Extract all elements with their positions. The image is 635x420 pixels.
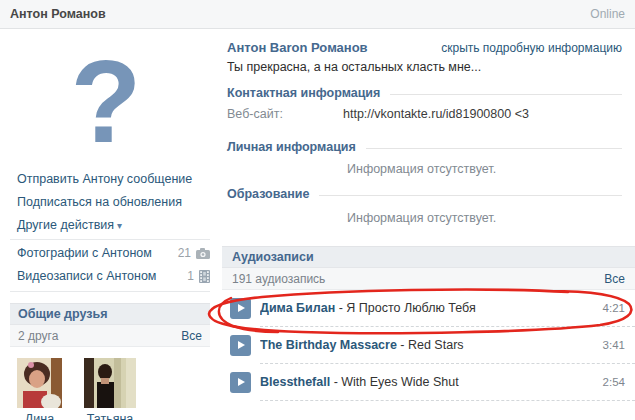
photos-count: 21 (178, 246, 191, 260)
friend-item[interactable]: Татьяна (84, 358, 136, 420)
track-artist[interactable]: The Birthday Massacre (260, 338, 397, 352)
photos-with-link[interactable]: Фотографии с Антоном (17, 246, 178, 260)
audio-section: Аудиозаписи 191 аудиозапись Все Дима Бил… (222, 246, 635, 401)
education-empty: Информация отсутствует. (347, 211, 496, 225)
friend-photo[interactable] (17, 358, 62, 408)
track-duration: 3:41 (603, 339, 625, 351)
track-divider (260, 400, 635, 401)
play-icon (238, 304, 245, 312)
track-separator: - (335, 301, 346, 315)
profile-status[interactable]: Ты прекрасна, а на остальных класть мне.… (227, 60, 481, 74)
website-row: Веб-сайт: http://vkontakte.ru/id81900800… (227, 107, 622, 121)
play-button[interactable] (230, 298, 251, 319)
friends-photo-list: Дина Татьяна (17, 358, 136, 420)
question-mark-placeholder-icon: ? (71, 44, 142, 160)
page-title: Антон Романов (10, 7, 106, 21)
section-divider-line (319, 195, 622, 196)
camera-icon (196, 248, 210, 259)
section-divider-line (366, 148, 622, 149)
photos-counter-row[interactable]: Фотографии с Антоном 21 (17, 245, 210, 261)
track-title: Red Stars (408, 338, 464, 352)
vk-profile-page: Антон Романов Online ? Отправить Антону … (0, 0, 635, 420)
track-separator: - (330, 375, 341, 389)
audio-track-row[interactable]: The Birthday Massacre - Red Stars 3:41 (222, 327, 635, 363)
friends-count: 2 друга (18, 325, 58, 346)
audio-section-title: Аудиозаписи (222, 246, 635, 268)
friend-name[interactable]: Татьяна (87, 412, 134, 420)
track-duration: 4:21 (603, 302, 625, 314)
videos-with-link[interactable]: Видеозаписи с Антоном (17, 269, 187, 283)
audio-all-link[interactable]: Все (604, 268, 625, 289)
sidebar-divider (10, 239, 210, 240)
sidebar-divider (10, 291, 210, 292)
audio-track-row[interactable]: Blessthefall - With Eyes Wide Shut 2:54 (222, 364, 635, 400)
personal-info-empty: Информация отсутствует. (347, 162, 496, 176)
videos-count: 1 (187, 269, 194, 283)
page-header: Антон Романов Online (0, 0, 635, 29)
subscribe-link[interactable]: Подписаться на обновления (17, 195, 192, 209)
profile-full-name: Антон Baron Романов (227, 40, 368, 55)
play-icon (238, 341, 245, 349)
track-artist[interactable]: Blessthefall (260, 375, 330, 389)
track-title: With Eyes Wide Shut (341, 375, 458, 389)
friend-name[interactable]: Дина (25, 412, 54, 420)
common-friends-subheader: 2 друга Все (10, 325, 210, 347)
hide-details-link[interactable]: скрыть подробную информацию (441, 41, 622, 55)
website-label: Веб-сайт: (227, 107, 343, 121)
track-artist[interactable]: Дима Билан (260, 301, 335, 315)
website-value[interactable]: http://vkontakte.ru/id81900800 <3 (343, 107, 529, 121)
play-button[interactable] (230, 372, 251, 393)
contact-info-section-header: Контактная информация (227, 86, 622, 100)
play-icon (238, 378, 245, 386)
profile-actions: Отправить Антону сообщение Подписаться н… (17, 172, 192, 232)
track-title: Я Просто Люблю Тебя (346, 301, 475, 315)
profile-name-row: Антон Baron Романов скрыть подробную инф… (227, 40, 622, 55)
friend-item[interactable]: Дина (17, 358, 62, 420)
other-actions-link[interactable]: Другие действия▾ (17, 218, 192, 232)
chevron-down-icon: ▾ (117, 220, 122, 231)
profile-photo-placeholder[interactable]: ? (0, 29, 212, 175)
audio-subheader: 191 аудиозапись Все (222, 268, 635, 290)
personal-info-section-header: Личная информация (227, 140, 622, 154)
videos-counter-row[interactable]: Видеозаписи с Антоном 1 (17, 268, 210, 284)
audio-track-row[interactable]: Дима Билан - Я Просто Люблю Тебя 4:21 (222, 290, 635, 326)
track-separator: - (397, 338, 408, 352)
film-icon (199, 270, 210, 283)
common-friends-block: Общие друзья 2 друга Все (10, 303, 210, 347)
audio-count: 191 аудиозапись (232, 268, 325, 289)
common-friends-title: Общие друзья (10, 303, 210, 325)
friend-photo[interactable] (84, 358, 136, 408)
online-status: Online (590, 7, 625, 21)
play-button[interactable] (230, 335, 251, 356)
send-message-link[interactable]: Отправить Антону сообщение (17, 172, 192, 186)
track-duration: 2:54 (603, 376, 625, 388)
friends-all-link[interactable]: Все (181, 325, 202, 346)
section-divider-line (390, 94, 622, 95)
education-section-header: Образование (227, 187, 622, 201)
